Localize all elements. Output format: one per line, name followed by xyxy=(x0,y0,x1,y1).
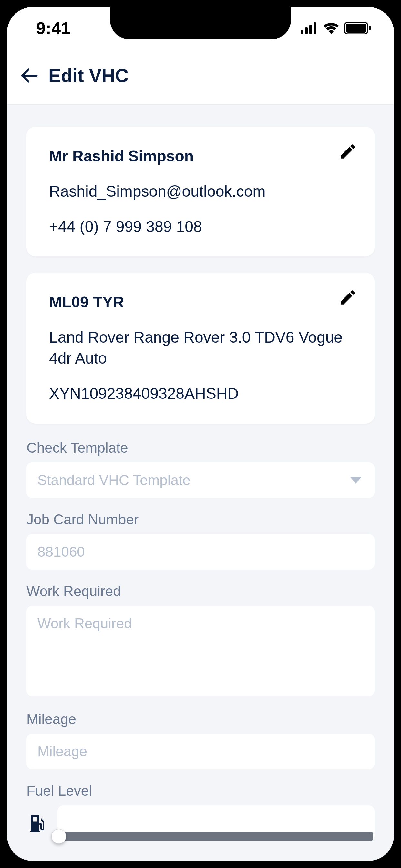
page-title: Edit VHC xyxy=(49,65,128,86)
vehicle-description: Land Rover Range Rover 3.0 TDV6 Vogue 4d… xyxy=(49,327,352,369)
svg-rect-2 xyxy=(309,25,312,34)
customer-card: Mr Rashid Simpson Rashid_Simpson@outlook… xyxy=(27,127,374,256)
job-card-number-field: Job Card Number xyxy=(27,512,374,569)
svg-rect-6 xyxy=(369,26,371,30)
page-content: Mr Rashid Simpson Rashid_Simpson@outlook… xyxy=(7,104,394,868)
customer-phone: +44 (0) 7 999 389 108 xyxy=(49,216,352,237)
check-template-value: Standard VHC Template xyxy=(27,462,374,498)
svg-rect-3 xyxy=(313,22,316,34)
customer-email: Rashid_Simpson@outlook.com xyxy=(49,181,352,202)
work-required-label: Work Required xyxy=(27,583,374,599)
mileage-input[interactable] xyxy=(27,734,374,769)
fuel-level-thumb[interactable] xyxy=(51,829,66,844)
svg-rect-0 xyxy=(301,30,304,34)
fuel-level-field: Fuel Level xyxy=(27,783,374,841)
fuel-pump-icon xyxy=(27,812,48,834)
check-template-select[interactable]: Standard VHC Template xyxy=(27,462,374,498)
work-required-field: Work Required xyxy=(27,583,374,698)
work-required-input[interactable] xyxy=(27,606,374,696)
back-arrow-icon[interactable] xyxy=(20,66,38,85)
device-notch xyxy=(110,7,291,39)
status-time: 9:41 xyxy=(36,19,70,38)
fuel-level-label: Fuel Level xyxy=(27,783,374,799)
svg-rect-5 xyxy=(346,24,366,33)
fuel-level-slider[interactable] xyxy=(58,805,374,841)
status-indicators xyxy=(301,22,371,34)
page-header: Edit VHC xyxy=(7,49,394,104)
job-card-number-label: Job Card Number xyxy=(27,512,374,528)
mileage-field: Mileage xyxy=(27,711,374,769)
cellular-signal-icon xyxy=(301,22,318,34)
wifi-icon xyxy=(323,22,340,34)
customer-name: Mr Rashid Simpson xyxy=(49,146,352,167)
vehicle-card: ML09 TYR Land Rover Range Rover 3.0 TDV6… xyxy=(27,273,374,423)
check-template-label: Check Template xyxy=(27,440,374,456)
edit-vehicle-button[interactable] xyxy=(338,288,357,307)
vehicle-vin: XYN109238409328AHSHD xyxy=(49,383,352,404)
edit-customer-button[interactable] xyxy=(338,142,357,161)
check-template-field: Check Template Standard VHC Template xyxy=(27,440,374,498)
svg-rect-1 xyxy=(305,27,308,34)
mileage-label: Mileage xyxy=(27,711,374,727)
job-card-number-input[interactable] xyxy=(27,534,374,569)
vehicle-registration: ML09 TYR xyxy=(49,292,352,313)
chevron-down-icon xyxy=(350,476,362,484)
battery-icon xyxy=(344,22,371,34)
